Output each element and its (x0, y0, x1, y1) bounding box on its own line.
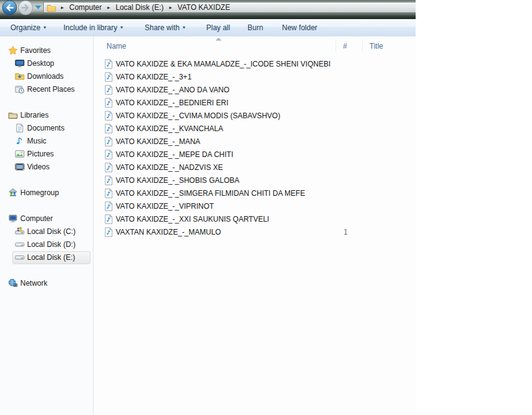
column-header-number[interactable]: # (343, 42, 347, 50)
sidebar-item-favorites[interactable]: Favorites (0, 44, 93, 57)
chevron-down-icon: ▾ (120, 25, 123, 30)
sidebar-item-label: Recent Places (27, 85, 75, 94)
column-divider[interactable] (362, 39, 363, 52)
music-file-icon (105, 201, 113, 211)
sidebar-item-network[interactable]: Network (0, 276, 93, 289)
files-pane: Name # Title VATO KAXIDZE & EKA MAMALADZ… (94, 36, 416, 414)
sidebar-item-recent-places[interactable]: Recent Places (0, 83, 93, 95)
file-row[interactable]: VATO KAXIDZE & EKA MAMALADZE_-_ICODE SHE… (94, 57, 416, 70)
sidebar-item-videos[interactable]: Videos (0, 160, 93, 173)
address-bar[interactable]: ▸Computer▸Local Disk (E:)▸VATO KAXIDZE (43, 2, 416, 13)
system-drive-icon (15, 227, 25, 236)
toolbar-button-label: Share with (145, 23, 180, 32)
network-icon (8, 278, 18, 288)
documents-icon (15, 123, 25, 133)
forward-arrow-icon (18, 0, 33, 15)
sidebar-item-documents[interactable]: Documents (0, 121, 93, 134)
videos-icon (15, 162, 25, 172)
breadcrumb-item[interactable]: VATO KAXIDZE (174, 3, 233, 12)
sidebar-item-local-disk-e-[interactable]: Local Disk (E:) (0, 251, 93, 264)
sidebar-item-label: Music (27, 137, 46, 145)
sidebar-item-label: Documents (27, 124, 65, 132)
breadcrumb-item[interactable]: Computer (66, 3, 105, 12)
file-name: VATO KAXIDZE_-_ANO DA VANO (116, 86, 230, 94)
sidebar-group-homegroup: Homegroup (0, 186, 93, 199)
music-file-icon (105, 175, 113, 185)
window-content: FavoritesDesktopDownloadsRecent PlacesLi… (0, 36, 416, 414)
file-track-number: 1 (344, 228, 348, 236)
toolbar-play-all-button[interactable]: Play all (204, 19, 232, 36)
file-row[interactable]: VAXTAN KAXIDZE_-_MAMULO1 (94, 225, 416, 238)
column-header-title[interactable]: Title (369, 42, 383, 50)
sidebar-item-label: Videos (27, 163, 49, 171)
sidebar-item-computer[interactable]: Computer (0, 212, 93, 225)
sidebar-group-network: Network (0, 276, 93, 289)
recent-pages-chevron-icon[interactable] (35, 6, 41, 9)
breadcrumb: ▸Computer▸Local Disk (E:)▸VATO KAXIDZE (58, 3, 233, 12)
column-divider[interactable] (336, 39, 336, 52)
sidebar-group-favorites: FavoritesDesktopDownloadsRecent Places (0, 44, 93, 95)
breadcrumb-arrow-icon[interactable]: ▸ (105, 4, 113, 10)
pictures-icon (15, 149, 25, 159)
file-row[interactable]: VATO KAXIDZE_-_CVIMA MODIS (SABAVSHVO) (94, 109, 416, 122)
drive-icon (15, 252, 25, 262)
file-row[interactable]: VATO KAXIDZE_-_SIMGERA FILMIDAN CHITI DA… (94, 187, 416, 199)
file-row[interactable]: VATO KAXIDZE_-_BEDNIERI ERI (94, 96, 416, 109)
sidebar-item-music[interactable]: Music (0, 134, 93, 147)
file-row[interactable]: VATO KAXIDZE_-_NADZVIS XE (94, 161, 416, 174)
toolbar-button-label: Play all (206, 23, 230, 32)
sidebar-item-desktop[interactable]: Desktop (0, 57, 93, 70)
music-file-icon (105, 227, 113, 237)
sidebar-item-label: Pictures (27, 150, 54, 158)
sort-ascending-icon (216, 38, 222, 41)
sidebar-item-pictures[interactable]: Pictures (0, 147, 93, 160)
music-icon (15, 136, 25, 146)
chevron-down-icon: ▾ (183, 25, 185, 30)
sidebar-item-libraries[interactable]: Libraries (0, 108, 93, 121)
file-name: VATO KAXIDZE_-_VIPRINOT (116, 202, 214, 211)
music-file-icon (105, 111, 113, 121)
recent-places-icon (15, 84, 25, 94)
sidebar-item-label: Desktop (27, 59, 54, 68)
breadcrumb-arrow-icon[interactable]: ▸ (58, 4, 66, 10)
column-headers: Name # Title (94, 36, 416, 57)
toolbar-burn-button[interactable]: Burn (246, 19, 265, 36)
file-row[interactable]: VATO KAXIDZE_-_KVANCHALA (94, 122, 416, 135)
file-row[interactable]: VATO KAXIDZE_-_ANO DA VANO (94, 83, 416, 96)
back-button[interactable] (2, 0, 17, 15)
file-row[interactable]: VATO KAXIDZE_-_VIPRINOT (94, 199, 416, 212)
music-file-icon (105, 59, 113, 69)
file-row[interactable]: VATO KAXIDZE_-_XXI SAUKUNIS QARTVELI (94, 212, 416, 225)
file-name: VATO KAXIDZE_-_BEDNIERI ERI (116, 99, 228, 107)
sidebar-item-label: Homegroup (20, 188, 59, 197)
column-header-name[interactable]: Name (107, 42, 126, 50)
toolbar-include-in-library-button[interactable]: Include in library▾ (62, 19, 124, 36)
libraries-icon (8, 110, 18, 120)
drive-icon (15, 240, 25, 249)
breadcrumb-item[interactable]: Local Disk (E:) (113, 3, 167, 12)
file-name: VATO KAXIDZE_-_MEPE DA CHITI (116, 150, 233, 159)
toolbar-new-folder-button[interactable]: New folder (280, 19, 319, 36)
file-row[interactable]: VATO KAXIDZE_-_3+1 (94, 70, 416, 83)
explorer-window: ▸Computer▸Local Disk (E:)▸VATO KAXIDZE O… (0, 0, 416, 415)
sidebar-item-label: Libraries (20, 111, 49, 119)
file-row[interactable]: VATO KAXIDZE_-_MEPE DA CHITI (94, 148, 416, 161)
file-row[interactable]: VATO KAXIDZE_-_SHOBIS GALOBA (94, 174, 416, 187)
sidebar-item-label: Computer (20, 214, 53, 223)
sidebar-item-local-disk-d-[interactable]: Local Disk (D:) (0, 238, 93, 251)
toolbar-organize-button[interactable]: Organize▾ (9, 19, 48, 36)
sidebar-item-label: Local Disk (E:) (27, 253, 75, 262)
breadcrumb-arrow-icon[interactable]: ▸ (167, 4, 175, 10)
sidebar-item-homegroup[interactable]: Homegroup (0, 186, 93, 199)
homegroup-icon (8, 188, 18, 198)
toolbar-button-label: Burn (248, 23, 263, 32)
music-file-icon (105, 98, 113, 108)
sidebar-group-libraries: LibrariesDocumentsMusicPicturesVideos (0, 108, 93, 173)
music-file-icon (105, 188, 113, 198)
toolbar-share-with-button[interactable]: Share with▾ (143, 19, 187, 36)
forward-button[interactable] (18, 0, 33, 15)
sidebar-item-downloads[interactable]: Downloads (0, 70, 93, 83)
file-name: VATO KAXIDZE_-_XXI SAUKUNIS QARTVELI (116, 215, 269, 224)
sidebar-item-local-disk-c-[interactable]: Local Disk (C:) (0, 225, 93, 238)
file-row[interactable]: VATO KAXIDZE_-_MANA (94, 135, 416, 148)
